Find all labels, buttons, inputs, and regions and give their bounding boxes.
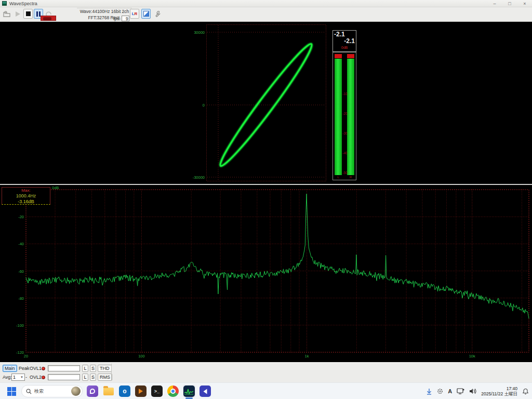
max-level: -3.16dB	[2, 199, 50, 205]
ime-indicator[interactable]: A	[448, 388, 452, 394]
wrench-icon	[154, 10, 161, 18]
ovl2-input[interactable]	[48, 374, 80, 380]
search-placeholder: 検索	[34, 388, 44, 395]
search-highlight-image[interactable]	[71, 387, 81, 396]
fps-input[interactable]: 9	[122, 16, 129, 21]
lr-r-label: R	[135, 11, 138, 16]
app-icon	[2, 1, 7, 6]
right-channel-label: R	[347, 176, 354, 179]
lissajous-plot	[206, 24, 326, 181]
ovl2-s-button[interactable]: S	[90, 374, 96, 381]
spectrum-x-tick: 100	[138, 354, 145, 358]
outlook-icon: o	[119, 385, 130, 397]
spectrum-0db-label: 0dB	[52, 185, 59, 190]
wavespectra-icon	[183, 385, 195, 397]
ovl1-label: OVL1	[30, 366, 42, 371]
record-level-indicator	[41, 16, 56, 21]
spectrum-trace	[26, 194, 529, 318]
chrome-icon	[167, 385, 179, 397]
media-player-icon	[135, 385, 147, 397]
settings-button[interactable]	[153, 9, 162, 19]
peak-info-box: Max: 1000.4Hz -3.16dB	[2, 187, 50, 205]
ovl1-led	[42, 367, 45, 370]
ovl2-label: OVL2	[30, 375, 42, 380]
ovl2-l-button[interactable]: L	[82, 374, 88, 381]
open-file-icon	[3, 11, 10, 17]
taskbar-item-media-player[interactable]	[135, 385, 147, 397]
dash-2: -	[25, 375, 27, 380]
spectrum-plot	[0, 185, 532, 362]
lissajous-tick-top: 30000	[183, 30, 205, 35]
terminal-icon: >_	[151, 385, 163, 397]
search-input[interactable]: 検索	[21, 385, 83, 397]
main-tab-button[interactable]: Main	[3, 365, 17, 372]
lissajous-display: 30000 0 -30000	[206, 24, 326, 181]
updates-available-icon[interactable]	[426, 388, 432, 395]
level-meter-bars: -10-20-30-40-50-60 L R	[332, 52, 356, 180]
file-explorer-icon	[103, 385, 114, 397]
max-frequency: 1000.4Hz	[2, 193, 50, 199]
open-file-button[interactable]	[2, 9, 11, 19]
taskbar-item-explorer[interactable]	[102, 385, 115, 397]
tray-date: 2025/11/22 土曜日	[481, 391, 517, 396]
lr-swap-button[interactable]: LR	[130, 9, 139, 19]
taskbar-item-clipchamp[interactable]	[199, 385, 211, 397]
ovl2-led	[42, 376, 45, 379]
chevron-down-icon: ▼	[20, 376, 23, 379]
max-label: Max:	[2, 188, 50, 193]
spectrum-x-tick: 20	[24, 354, 28, 358]
meter-scale-tick: -50	[342, 171, 348, 175]
rms-button[interactable]: RMS	[98, 374, 112, 381]
level-meter-readout: -2.1 -2.1 0dB	[332, 30, 356, 52]
spectrum-y-tick: -40	[1, 242, 24, 246]
left-meter-bar	[335, 54, 342, 175]
tray-time: 17:40	[481, 386, 517, 391]
avg-value: 1	[13, 375, 16, 380]
search-icon	[26, 389, 32, 394]
stop-button[interactable]	[23, 9, 33, 19]
level-unit-label: 0dB	[333, 46, 356, 49]
tray-settings-icon[interactable]	[437, 388, 443, 394]
notification-bell-icon[interactable]	[522, 388, 529, 395]
avg-select[interactable]: 1 ▼	[11, 374, 25, 381]
meter-scale-tick: -30	[342, 131, 348, 135]
ovl1-l-button[interactable]: L	[82, 365, 88, 372]
close-button[interactable]: ×	[522, 1, 528, 6]
taskbar-item-chat[interactable]	[86, 385, 99, 397]
network-display-icon[interactable]	[457, 388, 464, 394]
meter-scale-tick: -10	[342, 92, 348, 96]
minimize-button[interactable]: –	[491, 1, 498, 6]
window-title: WaveSpectra	[9, 1, 37, 6]
play-button[interactable]	[13, 9, 22, 19]
avg-label: Avg:	[3, 375, 12, 380]
right-meter-bar	[347, 54, 354, 175]
taskbar-item-wavespectra[interactable]	[183, 385, 195, 397]
clipchamp-icon	[200, 385, 211, 397]
play-icon	[16, 11, 20, 17]
graph-settings-icon	[143, 11, 149, 17]
ovl1-input[interactable]	[48, 365, 80, 371]
ovl1-s-button[interactable]: S	[90, 365, 96, 372]
clock[interactable]: 17:40 2025/11/22 土曜日	[481, 386, 517, 396]
phase-scope-panel: 30000 0 -30000 -2.1 -2.1 0dB -10-20-30-4…	[0, 22, 532, 184]
taskbar-item-terminal[interactable]: >_	[151, 385, 163, 397]
spectrum-x-tick: 10k	[469, 354, 475, 358]
maximize-button[interactable]: □	[507, 1, 513, 6]
taskbar-item-chrome[interactable]	[167, 385, 179, 397]
fps-label: fps:	[113, 16, 121, 21]
start-button[interactable]	[5, 385, 18, 397]
left-channel-label: L	[335, 176, 342, 179]
graph-settings-button[interactable]	[141, 9, 151, 19]
pause-icon	[36, 11, 41, 17]
taskbar-item-outlook[interactable]: o	[118, 385, 131, 397]
title-bar: WaveSpectra – □ ×	[0, 0, 532, 7]
dash-1: -	[25, 366, 27, 371]
control-bar: Main Peak - OVL1 L S THD Avg: 1 ▼ - OVL2…	[0, 362, 532, 382]
meter-scale-tick: -20	[342, 112, 348, 115]
spectrum-y-tick: -20	[1, 215, 24, 219]
spectrum-y-tick: -80	[1, 296, 24, 301]
volume-icon[interactable]	[469, 388, 476, 394]
left-level-value: -2.1	[334, 31, 345, 38]
thd-button[interactable]: THD	[98, 365, 112, 372]
spectrum-y-tick: -120	[1, 350, 24, 355]
